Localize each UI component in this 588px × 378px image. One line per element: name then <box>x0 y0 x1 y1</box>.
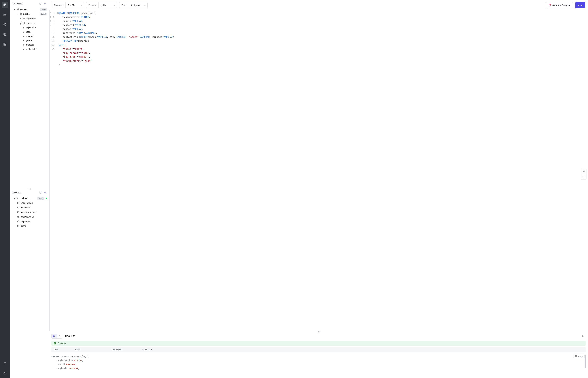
col-type: TYPE <box>54 349 75 351</box>
column-node[interactable]: ▸contactinfo <box>11 47 48 51</box>
svg-point-22 <box>17 216 19 216</box>
column-label: registertime <box>26 26 47 29</box>
svg-rect-5 <box>5 44 6 45</box>
topic-node[interactable]: pageviews_avro <box>11 210 48 215</box>
column-label: regionid <box>26 35 47 37</box>
table-label: users_log <box>26 22 47 24</box>
schema-selector-value: public <box>99 2 112 8</box>
schema-selector[interactable]: Schema public ⌄ <box>86 2 117 8</box>
topic-icon <box>17 206 20 209</box>
stores-header: STORES + <box>10 189 49 196</box>
nav-help-icon[interactable] <box>2 370 8 376</box>
table-node-pageviews[interactable]: ▸ pageviews <box>11 16 48 21</box>
scrollbar[interactable] <box>585 354 586 368</box>
status-text: Success <box>58 342 66 344</box>
caret-down-icon: ▾ <box>20 22 21 25</box>
list-view-icon[interactable] <box>57 334 62 338</box>
sql-editor[interactable]: 1 2 3 4 5 6 7 8 9 10 11 12 13 14 CREATE … <box>49 10 588 331</box>
column-node[interactable]: ▸userid <box>11 30 48 34</box>
caret-down-icon: ▾ <box>13 197 15 200</box>
table-node-userslog[interactable]: ▾ users_log <box>11 21 48 26</box>
run-button[interactable]: Run <box>575 2 585 8</box>
col-name: NAME <box>75 349 112 351</box>
status-banner: ✓ Success <box>51 341 586 346</box>
nav-workspace-icon[interactable] <box>2 2 8 8</box>
result-sql-preview: CREATE CHANGELOG users_log ( registertim… <box>51 354 584 370</box>
caret-down-icon: ▾ <box>13 8 15 11</box>
svg-point-9 <box>20 13 21 14</box>
stores-add-icon[interactable]: + <box>43 190 47 195</box>
stores-refresh-icon[interactable] <box>38 190 43 195</box>
topic-node[interactable]: pageviews <box>11 205 48 210</box>
history-icon[interactable] <box>581 334 586 338</box>
caret-right-icon: ▸ <box>20 17 21 20</box>
results-panel: RESULTS ✓ Success TYPE NAME COMMAND SUMM… <box>49 332 588 378</box>
column-node[interactable]: ▸registertime <box>11 26 48 30</box>
store-node[interactable]: ▾ trial_sto... Default <box>11 196 48 201</box>
svg-rect-3 <box>5 43 6 44</box>
copy-button[interactable]: Copy <box>573 354 585 358</box>
copy-icon[interactable] <box>581 168 586 174</box>
catalog-tree: ▾ TestDB Default ▾ public Default ▸ <box>10 7 49 53</box>
check-icon: ✓ <box>54 342 56 344</box>
status-dot-icon <box>46 198 47 199</box>
database-icon <box>16 8 19 11</box>
schema-icon <box>20 13 22 15</box>
caret-right-icon: ▸ <box>23 48 25 50</box>
column-label: interests <box>26 43 47 46</box>
store-selector-label: Store <box>119 2 129 8</box>
db-node[interactable]: ▾ TestDB Default <box>11 7 48 12</box>
svg-point-15 <box>17 198 17 199</box>
database-selector[interactable]: Database TestDB ⌄ <box>52 2 84 8</box>
topic-icon <box>17 220 20 223</box>
column-node[interactable]: ▸interests <box>11 43 48 47</box>
svg-rect-4 <box>4 44 5 45</box>
svg-point-23 <box>17 221 19 221</box>
schema-node[interactable]: ▾ public Default <box>11 12 48 16</box>
topic-node[interactable]: cisco_syslog <box>11 201 48 205</box>
toolbar: Database TestDB ⌄ Schema public ⌄ Store … <box>49 0 588 10</box>
store-selector[interactable]: Store trial_store ⌄ <box>119 2 147 8</box>
nav-cube-icon[interactable] <box>2 21 8 27</box>
topic-label: pageviews_pb <box>21 216 47 218</box>
grid-view-icon[interactable] <box>51 334 57 338</box>
chevron-down-icon[interactable]: ⌄ <box>112 2 117 8</box>
stream-icon <box>22 17 25 20</box>
nav-credentials-icon[interactable] <box>2 12 8 18</box>
topic-node[interactable]: pageviews_pb <box>11 215 48 219</box>
topic-icon <box>17 225 20 227</box>
svg-point-10 <box>21 13 22 14</box>
sandbox-status-label: Sandbox Stopped <box>552 4 571 6</box>
svg-point-16 <box>17 199 17 199</box>
sandbox-status[interactable]: Sandbox Stopped <box>546 2 573 8</box>
nav-user-icon[interactable] <box>2 360 8 366</box>
default-badge: Default <box>40 13 47 15</box>
caret-right-icon: ▸ <box>23 39 25 42</box>
column-node[interactable]: ▸gender <box>11 38 48 43</box>
svg-point-12 <box>21 14 22 15</box>
db-label: TestDB <box>20 8 39 11</box>
chevron-down-icon[interactable]: ⌄ <box>79 2 84 8</box>
svg-point-19 <box>17 202 19 203</box>
topic-label: pageviews <box>21 206 47 209</box>
results-title: RESULTS <box>65 335 76 338</box>
svg-point-8 <box>17 8 19 9</box>
chevron-down-icon[interactable]: ⌄ <box>143 2 147 8</box>
caret-right-icon: ▸ <box>23 43 25 46</box>
svg-point-17 <box>18 198 18 198</box>
trash-icon[interactable] <box>581 174 586 179</box>
svg-rect-27 <box>53 335 55 337</box>
catalog-add-icon[interactable]: + <box>43 1 47 6</box>
catalog-refresh-icon[interactable] <box>38 1 43 6</box>
nav-apps-icon[interactable] <box>2 41 8 47</box>
database-selector-value: TestDB <box>65 2 79 8</box>
catalog-section: CATALOG + ▾ TestDB Default ▾ public <box>10 0 49 189</box>
svg-point-11 <box>20 14 21 15</box>
editor-code[interactable]: CREATE CHANGELOG users_log ( registertim… <box>55 10 588 331</box>
topic-node[interactable]: shipments <box>11 219 48 224</box>
table-label: pageviews <box>26 17 47 20</box>
topic-node[interactable]: users <box>11 224 48 228</box>
caret-right-icon: ▸ <box>23 26 25 29</box>
column-node[interactable]: ▸regionid <box>11 34 48 38</box>
nav-code-folder-icon[interactable] <box>2 31 8 37</box>
